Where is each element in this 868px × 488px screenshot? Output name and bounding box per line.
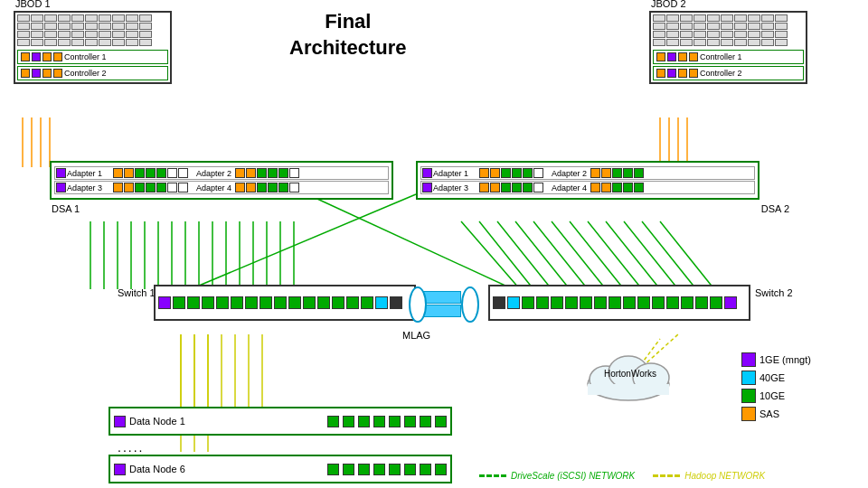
drive (721, 31, 733, 38)
jbod2-label: JBOD 2 (651, 0, 686, 9)
sw2-p13 (695, 296, 708, 309)
drive (112, 14, 125, 22)
sw2-p8 (623, 296, 636, 309)
ctrl2-port-orange2 (42, 69, 52, 78)
sw2-p2 (536, 296, 549, 309)
drive (775, 31, 788, 38)
drive (17, 23, 30, 30)
legend-10ge: 10GE (741, 389, 811, 403)
drive (17, 14, 30, 22)
d2-ada3-p5 (523, 183, 533, 192)
svg-line-30 (570, 221, 624, 289)
svg-line-33 (624, 221, 678, 289)
d2-ada3-purple (422, 183, 432, 192)
d2-ada1-p4 (512, 168, 522, 178)
driveScale-line (479, 474, 506, 477)
d2-ada1-p3 (501, 168, 511, 178)
ada3-p6 (167, 183, 177, 192)
datanode6-box: Data Node 6 (108, 455, 452, 483)
d2-ada4-p1 (590, 183, 600, 192)
drive (761, 39, 774, 46)
dsa2-adapter3-row: Adapter 3 Adapter 4 (420, 181, 755, 194)
drive (653, 31, 665, 38)
ada1-p1 (113, 168, 123, 178)
sw2-p4 (565, 296, 578, 309)
driveScale-label: DriveScale (iSCSI) NETWORK (511, 471, 635, 481)
drive (761, 14, 774, 22)
ada4-p3 (257, 183, 267, 192)
j2ctrl-port-o3 (689, 52, 698, 61)
ada3-p4 (146, 183, 156, 192)
svg-rect-54 (588, 384, 669, 395)
dn6-g6 (404, 464, 416, 475)
ada1-p4 (146, 168, 156, 178)
d2-ada4-p5 (634, 183, 644, 192)
d2-ada1-p6 (533, 168, 543, 178)
drive (748, 23, 760, 30)
sw1-p9 (288, 296, 301, 309)
d2-adapter1-label: Adapter 1 (433, 169, 478, 178)
drive (58, 14, 71, 22)
sw2-p7 (609, 296, 621, 309)
dn6-g8 (435, 464, 447, 475)
drive (666, 31, 679, 38)
datanode1-box: Data Node 1 (108, 407, 452, 436)
drive (31, 23, 43, 30)
drive (666, 23, 679, 30)
drive (653, 14, 665, 22)
mlag-connector2 (461, 286, 479, 323)
sw1-p14 (361, 296, 373, 309)
drive (775, 39, 788, 46)
sw1-p6 (245, 296, 258, 309)
dn6-g5 (389, 464, 401, 475)
d2-ada3-p3 (501, 183, 511, 192)
drive (734, 23, 747, 30)
jbod2-ctrl1: Controller 1 (653, 50, 804, 64)
svg-line-26 (497, 221, 552, 289)
drive (139, 23, 152, 30)
d2-ada2-p2 (601, 168, 611, 178)
dn1-g3 (358, 416, 370, 427)
svg-line-34 (642, 221, 696, 289)
controller2-label: Controller 2 (64, 69, 107, 78)
diagram: Final Architecture JBOD 1 (0, 0, 868, 488)
ada2-p6 (289, 168, 299, 178)
drive (31, 31, 43, 38)
legend-sas-box (741, 407, 756, 421)
ctrl-port-purple (32, 52, 41, 61)
drive (653, 39, 665, 46)
drive (44, 14, 57, 22)
svg-line-25 (479, 221, 533, 289)
drive (126, 23, 138, 30)
dsa1-box: Adapter 1 Adapter 2 Adapter 3 (50, 161, 393, 200)
svg-line-31 (588, 221, 642, 289)
drive (58, 39, 71, 46)
sw1-p10 (303, 296, 316, 309)
legend-sas-label: SAS (760, 408, 779, 419)
adapter1-row: Adapter 1 Adapter 2 (54, 166, 389, 180)
jbod2-box: JBOD 2 (649, 11, 807, 84)
sw2-port-purple (724, 296, 737, 309)
legend-10ge-label: 10GE (760, 390, 785, 401)
legend-40ge-label: 40GE (760, 372, 785, 383)
drive (112, 39, 125, 46)
switch2-box (488, 285, 750, 321)
sw2-p11 (666, 296, 679, 309)
drive (666, 39, 679, 46)
drive (58, 23, 71, 30)
drive (748, 39, 760, 46)
adapter3-row: Adapter 3 Adapter 4 (54, 181, 389, 194)
page-title: Final Architecture (289, 9, 407, 61)
sw2-p6 (594, 296, 607, 309)
ada2-p2 (246, 168, 256, 178)
drive (85, 39, 98, 46)
ada1-p7 (178, 168, 188, 178)
drive (126, 31, 138, 38)
controller1-row: Controller 1 (17, 50, 168, 64)
d2-ada1-p5 (523, 168, 533, 178)
sw1-p12 (332, 296, 344, 309)
legend-40ge-box (741, 371, 756, 385)
datanode6-label: Data Node 6 (129, 464, 324, 474)
sw1-p5 (231, 296, 243, 309)
sw2-p12 (681, 296, 693, 309)
